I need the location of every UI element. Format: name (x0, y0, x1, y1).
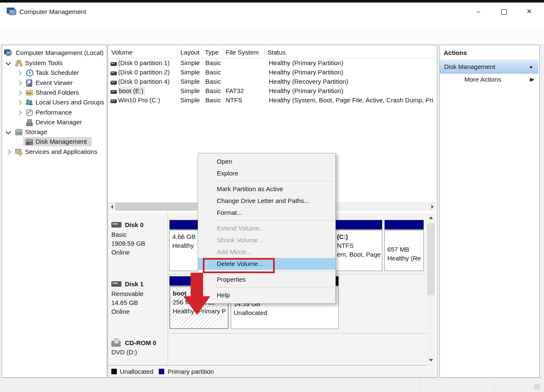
column-type[interactable]: Type (205, 49, 219, 56)
column-status[interactable]: Status (268, 49, 286, 56)
volume-row-boot-selected[interactable]: boot (E:) Simple Basic FAT32 Healthy (Pr… (109, 87, 435, 96)
chevron-right-icon[interactable] (17, 110, 22, 115)
storage-icon (15, 129, 23, 135)
more-actions-item[interactable]: More Actions ▶ (440, 73, 538, 86)
chevron-right-icon[interactable] (17, 100, 22, 105)
menu-separator (215, 181, 334, 181)
volume-row[interactable]: (Disk 0 partition 1) Simple Basic Health… (109, 59, 435, 69)
column-file-system[interactable]: File System (226, 49, 259, 56)
tree-item-shared-folders[interactable]: Shared Folders (0, 88, 106, 97)
disk-icon (111, 281, 122, 287)
actions-group-disk-management[interactable]: Disk Management ▲ (440, 60, 538, 74)
cdrom-icon (111, 341, 121, 347)
performance-icon (26, 109, 33, 116)
menu-item-change-drive-letter[interactable]: Change Drive Letter and Paths... (198, 195, 335, 207)
volume-row[interactable]: Win10 Pro (C:) Simple Basic NTFS Healthy… (109, 96, 435, 106)
scroll-up-icon[interactable] (429, 217, 433, 219)
toolbar: ➔ ? ✕ ↑ (0, 30, 544, 44)
collapse-icon[interactable]: ▲ (529, 60, 533, 73)
scroll-left-icon[interactable] (108, 202, 116, 211)
legend-primary-label: Primary partition (168, 366, 214, 377)
menu-item-extend-volume: Extend Volume... (198, 222, 335, 234)
scrollbar-thumb[interactable] (115, 203, 197, 211)
primary-partition-legend-swatch (159, 369, 164, 374)
column-divider[interactable] (264, 48, 265, 57)
local-users-and-groups-icon (26, 99, 33, 106)
volume-icon (110, 62, 117, 66)
menu-item-format[interactable]: Format... (198, 207, 335, 219)
tree-item-storage[interactable]: Storage (0, 127, 106, 137)
titlebar: Computer Management – ✕ (0, 3, 544, 17)
column-divider[interactable] (202, 48, 202, 57)
menubar: File Action View Help (0, 17, 544, 30)
shared-folders-icon (26, 89, 33, 96)
actions-panel (439, 45, 540, 378)
volume-icon (110, 99, 117, 103)
volume-row[interactable]: (Disk 0 partition 2) Simple Basic Health… (109, 69, 435, 78)
annotation-highlight-box (203, 258, 275, 273)
cdrom-info[interactable]: CD-ROM 0 DVD (D:) (108, 333, 168, 365)
computer-management-app-icon (7, 8, 16, 15)
menu-item-mark-partition-active[interactable]: Mark Partition as Active (198, 183, 335, 195)
system-tools-icon (15, 60, 23, 66)
tree-item-performance[interactable]: Performance (0, 108, 106, 117)
legend-bar: Unallocated Primary partition (108, 365, 435, 377)
scrollbar-thumb[interactable] (427, 223, 435, 295)
menu-separator (215, 287, 334, 288)
chevron-right-icon[interactable] (17, 80, 22, 86)
legend-unallocated-label: Unallocated (120, 366, 153, 377)
window-title: Computer Management (19, 8, 86, 15)
chevron-right-icon[interactable] (17, 70, 22, 76)
volume-icon (110, 71, 117, 75)
tree-item-device-manager[interactable]: Device Manager (0, 118, 106, 127)
primary-partition-band (384, 220, 424, 230)
unallocated-legend-swatch (111, 369, 117, 374)
column-layout[interactable]: Layout (180, 49, 199, 56)
chevron-down-icon[interactable] (6, 129, 11, 134)
computer-icon (4, 49, 12, 56)
statusbar-divider (494, 379, 495, 389)
services-and-applications-icon (15, 148, 23, 155)
volume-icon (110, 81, 117, 85)
volume-icon (110, 90, 117, 94)
tree-item-task-scheduler[interactable]: Task Scheduler (0, 68, 106, 77)
menu-item-open[interactable]: Open (198, 156, 335, 167)
tree-item-system-tools[interactable]: System Tools (0, 58, 106, 68)
chevron-right-icon[interactable] (6, 149, 11, 155)
tree-item-computer-management[interactable]: Computer Management (Local) (0, 48, 106, 58)
menu-item-shrink-volume: Shrink Volume... (198, 234, 335, 246)
disk0-info[interactable]: Disk 0 Basic 1909.59 GB Online (108, 213, 168, 274)
disk0-partition3-box[interactable]: 657 MB Healthy (Re (384, 220, 424, 271)
scroll-down-icon[interactable] (429, 359, 433, 362)
menu-item-explore[interactable]: Explore (198, 167, 335, 179)
maximize-icon (501, 9, 507, 15)
tree-item-local-users-groups[interactable]: Local Users and Groups (0, 98, 106, 107)
scroll-right-icon[interactable] (428, 202, 436, 211)
statusbar (0, 378, 544, 392)
menu-item-add-mirror: Add Mirror... (198, 246, 335, 258)
statusbar-divider (420, 379, 421, 389)
disk-icon (111, 222, 122, 228)
task-scheduler-icon (26, 69, 33, 76)
menu-item-properties[interactable]: Properties (198, 274, 335, 285)
vertical-scrollbar[interactable] (427, 213, 435, 365)
actions-title: Actions (444, 49, 467, 56)
volume-row[interactable]: (Disk 0 partition 4) Simple Basic Health… (109, 78, 435, 87)
tree-item-disk-management[interactable]: Disk Management (0, 137, 106, 146)
event-viewer-icon (26, 79, 33, 86)
menu-separator (215, 220, 334, 221)
chevron-right-icon[interactable] (17, 90, 22, 96)
submenu-arrow-icon: ▶ (530, 73, 534, 86)
column-volume[interactable]: Volume (111, 49, 133, 56)
column-divider[interactable] (223, 48, 223, 57)
menu-item-help[interactable]: Help (198, 289, 335, 301)
context-menu: Open Explore Mark Partition as Active Ch… (198, 153, 336, 304)
disk-management-icon (26, 138, 33, 145)
resize-grip[interactable] (534, 384, 540, 390)
tree-item-services-applications[interactable]: Services and Applications (0, 147, 106, 156)
chevron-down-icon[interactable] (6, 60, 11, 66)
device-manager-icon (26, 119, 33, 126)
disk1-info[interactable]: Disk 1 Removable 14.65 GB Online (108, 274, 168, 333)
tree-item-event-viewer[interactable]: Event Viewer (0, 78, 106, 88)
column-divider[interactable] (177, 48, 178, 57)
